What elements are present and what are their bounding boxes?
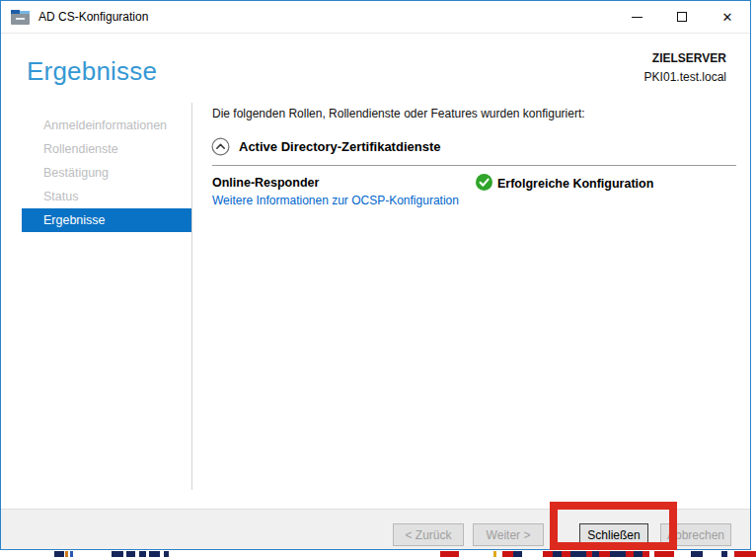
maximize-icon xyxy=(677,12,687,22)
window-title: AD CS-Konfiguration xyxy=(38,10,148,24)
section-title: Active Directory-Zertifikatdienste xyxy=(239,139,440,154)
configuration-status-text: Erfolgreiche Konfiguration xyxy=(497,177,653,191)
minimize-icon xyxy=(632,17,643,18)
step-bestaetigung[interactable]: Bestätigung xyxy=(1,161,191,185)
maximize-button[interactable] xyxy=(659,1,705,34)
page-title: Ergebnisse xyxy=(27,56,157,87)
target-server-name: PKI01.test.local xyxy=(644,68,726,87)
caption-buttons: ✕ xyxy=(614,1,750,34)
close-button[interactable]: Schließen xyxy=(579,523,648,546)
wizard-steps-nav: Anmeldeinformationen Rollendienste Bestä… xyxy=(1,114,191,232)
titlebar[interactable]: AD CS-Konfiguration ✕ xyxy=(1,1,750,34)
cancel-button[interactable]: Abbrechen xyxy=(660,523,731,546)
target-server-label: ZIELSERVER xyxy=(644,49,726,68)
sidebar-divider xyxy=(191,103,192,490)
step-ergebnisse[interactable]: Ergebnisse xyxy=(22,208,191,232)
collapse-section-toggle[interactable] xyxy=(211,137,230,156)
section-divider xyxy=(212,165,736,166)
role-service-name: Online-Responder xyxy=(212,176,319,190)
target-server-info: ZIELSERVER PKI01.test.local xyxy=(644,49,726,87)
server-manager-icon xyxy=(11,10,30,25)
chevron-up-circle-icon xyxy=(211,137,230,156)
next-button[interactable]: Weiter > xyxy=(473,523,544,546)
step-anmeldeinformationen[interactable]: Anmeldeinformationen xyxy=(1,114,191,137)
footer-button-bar: < Zurück Weiter > Schließen Abbrechen xyxy=(1,509,750,549)
role-section-header: Active Directory-Zertifikatdienste xyxy=(211,137,440,156)
close-icon: ✕ xyxy=(722,11,733,24)
background-artifacts xyxy=(0,551,756,557)
adcs-configuration-wizard-window: AD CS-Konfiguration ✕ Ergebnisse ZIELSER… xyxy=(0,0,751,550)
step-status[interactable]: Status xyxy=(1,185,191,208)
ocsp-info-link[interactable]: Weitere Informationen zur OCSP-Konfigura… xyxy=(212,194,459,207)
minimize-button[interactable] xyxy=(614,1,659,34)
close-window-button[interactable]: ✕ xyxy=(705,1,750,34)
step-rollendienste[interactable]: Rollendienste xyxy=(1,137,191,161)
results-intro-text: Die folgenden Rollen, Rollendienste oder… xyxy=(212,107,735,120)
back-button[interactable]: < Zurück xyxy=(393,523,464,546)
success-check-icon xyxy=(476,174,492,191)
